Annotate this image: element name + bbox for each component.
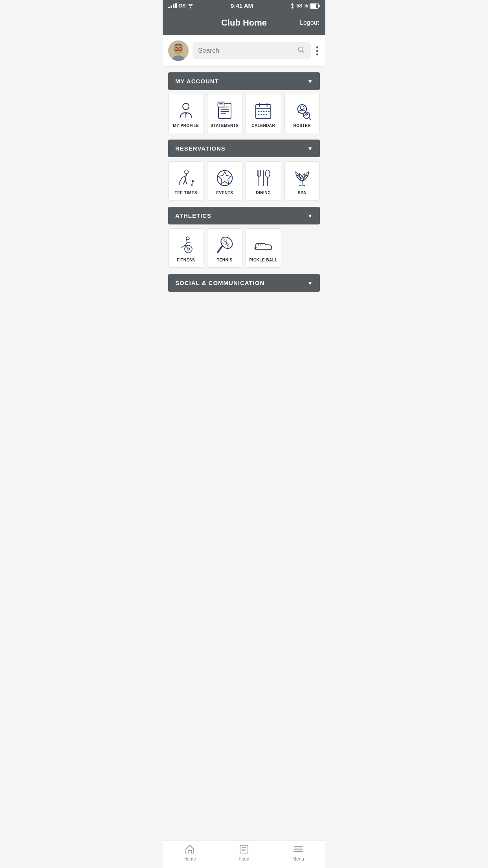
fitness-card[interactable]: FITNESS (168, 228, 204, 268)
section-title-reservations: RESERVATIONS (175, 145, 226, 152)
chevron-down-icon: ▼ (307, 145, 313, 152)
svg-point-31 (266, 114, 267, 115)
svg-marker-46 (218, 172, 231, 184)
calendar-icon (254, 101, 273, 120)
carrier-label: GS (178, 3, 186, 9)
battery-icon (310, 3, 320, 9)
svg-point-9 (183, 103, 189, 109)
section-title-my-account: MY ACCOUNT (175, 78, 219, 85)
svg-line-60 (181, 246, 183, 248)
svg-point-37 (185, 170, 189, 174)
spa-icon (293, 169, 312, 188)
statements-label: STATEMENTS (211, 123, 238, 128)
svg-point-7 (299, 47, 303, 52)
main-content: MY ACCOUNT ▼ MY PROFILE (163, 67, 325, 327)
chevron-down-icon: ▼ (307, 78, 313, 85)
section-header-social[interactable]: SOCIAL & COMMUNICATION ▼ (168, 274, 320, 292)
svg-point-26 (266, 111, 267, 112)
bluetooth-icon (290, 3, 295, 9)
roster-card[interactable]: ROSTER (284, 94, 320, 133)
svg-line-67 (218, 246, 222, 252)
dining-label: DINING (256, 191, 271, 195)
spa-label: SPA (298, 191, 306, 195)
signal-bars (168, 3, 177, 8)
dining-icon (254, 169, 273, 188)
svg-point-45 (217, 170, 232, 185)
fitness-label: FITNESS (177, 258, 195, 262)
svg-line-35 (309, 117, 311, 119)
svg-point-41 (179, 182, 180, 183)
fitness-icon (176, 236, 195, 255)
svg-point-33 (300, 106, 304, 110)
svg-point-25 (263, 111, 264, 112)
my-profile-label: MY PROFILE (173, 123, 199, 128)
athletics-grid: FITNESS TENNIS (168, 228, 320, 268)
tennis-icon (215, 236, 234, 255)
statements-icon (215, 101, 234, 120)
pickle-ball-icon (254, 236, 273, 255)
svg-line-40 (185, 180, 187, 184)
tee-times-icon (176, 169, 195, 188)
dining-card[interactable]: DINING (246, 161, 281, 200)
events-label: EVENTS (216, 191, 233, 195)
tennis-label: TENNIS (217, 258, 233, 262)
my-profile-icon (176, 101, 195, 120)
svg-point-28 (258, 114, 259, 115)
section-header-my-account[interactable]: MY ACCOUNT ▼ (168, 72, 320, 90)
roster-icon (293, 101, 312, 120)
status-right: 58 % (290, 3, 320, 9)
roster-label: ROSTER (293, 123, 311, 128)
svg-point-24 (261, 111, 262, 112)
pickle-ball-card[interactable]: PICKLE BALL (246, 228, 281, 268)
section-header-athletics[interactable]: ATHLETICS ▼ (168, 207, 320, 224)
battery-label: 58 % (296, 3, 308, 9)
events-icon (215, 169, 234, 188)
avatar[interactable] (168, 40, 189, 61)
pickle-ball-label: PICKLE BALL (249, 258, 277, 262)
status-left: GS (168, 3, 194, 9)
events-card[interactable]: EVENTS (207, 161, 243, 200)
tee-times-card[interactable]: TEE TIMES (168, 161, 204, 200)
svg-line-58 (185, 242, 187, 245)
svg-line-8 (303, 51, 305, 53)
search-bar[interactable] (193, 42, 311, 59)
svg-point-52 (266, 170, 270, 177)
calendar-card[interactable]: CALENDAR (246, 94, 281, 133)
svg-point-27 (268, 111, 270, 112)
section-header-reservations[interactable]: RESERVATIONS ▼ (168, 140, 320, 157)
svg-point-43 (191, 184, 193, 186)
my-account-grid: MY PROFILE STATEMENTS (168, 94, 320, 133)
reservations-grid: TEE TIMES EVENTS DININ (168, 161, 320, 200)
svg-point-23 (258, 111, 259, 112)
tennis-card[interactable]: TENNIS (207, 228, 243, 268)
svg-line-39 (183, 180, 185, 184)
app-header: Club Home Logout (163, 11, 325, 35)
page-title: Club Home (221, 18, 267, 28)
section-title-social: SOCIAL & COMMUNICATION (175, 280, 264, 286)
search-icon (297, 46, 305, 55)
logout-button[interactable]: Logout (300, 19, 319, 26)
status-time: 9:41 AM (231, 2, 253, 9)
tee-times-label: TEE TIMES (175, 191, 197, 195)
wifi-icon (187, 3, 194, 9)
svg-rect-16 (218, 102, 224, 107)
svg-line-57 (183, 245, 185, 246)
svg-point-30 (263, 114, 264, 115)
search-row (163, 35, 325, 67)
statements-card[interactable]: STATEMENTS (207, 94, 243, 133)
chevron-down-icon: ▼ (307, 213, 313, 219)
svg-line-38 (185, 173, 187, 180)
svg-point-36 (306, 113, 308, 115)
my-profile-card[interactable]: MY PROFILE (168, 94, 204, 133)
more-options-button[interactable] (315, 45, 320, 57)
search-input[interactable] (198, 47, 294, 55)
svg-rect-1 (310, 4, 316, 8)
status-bar: GS 9:41 AM 58 % (163, 0, 325, 11)
chevron-down-icon: ▼ (307, 280, 313, 286)
section-title-athletics: ATHLETICS (175, 212, 211, 219)
svg-point-29 (261, 114, 262, 115)
calendar-label: CALENDAR (251, 123, 275, 128)
spa-card[interactable]: SPA (284, 161, 320, 200)
avatar-image (168, 40, 189, 61)
